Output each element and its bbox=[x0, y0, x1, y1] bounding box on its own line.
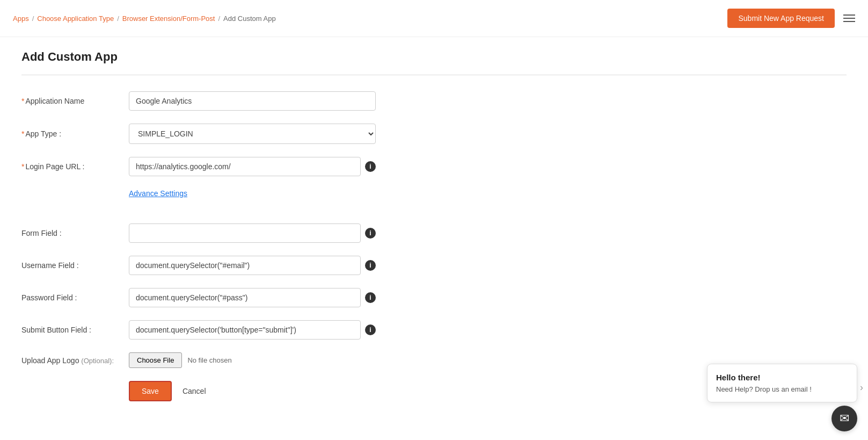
breadcrumb: Apps / Choose Application Type / Browser… bbox=[13, 15, 276, 23]
login-url-row: *Login Page URL : i bbox=[21, 157, 505, 176]
application-name-field-wrapper bbox=[129, 91, 376, 111]
required-star: * bbox=[21, 97, 24, 105]
login-url-info-icon[interactable]: i bbox=[365, 161, 376, 172]
password-field-wrapper: i bbox=[129, 288, 376, 307]
submit-button-field-row: Submit Button Field : i bbox=[21, 320, 505, 340]
form-field-info-icon[interactable]: i bbox=[365, 228, 376, 239]
application-name-input[interactable] bbox=[129, 91, 376, 111]
form-field-row: Form Field : i bbox=[21, 223, 505, 243]
optional-text: (Optional): bbox=[81, 357, 114, 365]
username-field-row: Username Field : i bbox=[21, 256, 505, 275]
chat-help-text: Need Help? Drop us an email ! bbox=[716, 385, 848, 393]
page-title: Add Custom App bbox=[21, 50, 847, 64]
breadcrumb-sep-1: / bbox=[32, 15, 34, 23]
chat-greeting: Hello there! bbox=[716, 373, 848, 382]
app-type-row: *App Type : SIMPLE_LOGIN FORM_POST BROWS… bbox=[21, 124, 505, 144]
upload-logo-row: Upload App Logo (Optional): Choose File … bbox=[21, 352, 505, 368]
upload-logo-label: Upload App Logo (Optional): bbox=[21, 356, 129, 365]
file-input-wrapper: Choose File No file chosen bbox=[129, 352, 232, 368]
breadcrumb-browser-ext[interactable]: Browser Extension/Form-Post bbox=[122, 15, 215, 23]
required-star-2: * bbox=[21, 129, 24, 138]
username-field-label: Username Field : bbox=[21, 261, 129, 270]
choose-file-button[interactable]: Choose File bbox=[129, 352, 182, 368]
breadcrumb-apps[interactable]: Apps bbox=[13, 15, 29, 23]
breadcrumb-choose-type[interactable]: Choose Application Type bbox=[37, 15, 114, 23]
chat-widget: Hello there! Need Help? Drop us an email… bbox=[707, 364, 857, 402]
form-container: *Application Name *App Type : SIMPLE_LOG… bbox=[21, 91, 505, 401]
upload-logo-field-wrapper: Choose File No file chosen bbox=[129, 352, 376, 368]
submit-button-field-info-icon[interactable]: i bbox=[365, 324, 376, 335]
advance-settings-row: Advance Settings bbox=[21, 189, 505, 211]
submit-button-field-input[interactable] bbox=[129, 320, 361, 340]
password-field-info-icon[interactable]: i bbox=[365, 292, 376, 303]
form-actions: Save Cancel bbox=[129, 381, 505, 401]
app-type-select[interactable]: SIMPLE_LOGIN FORM_POST BROWSER_EXTENSION bbox=[129, 124, 376, 144]
username-field-input[interactable] bbox=[129, 256, 361, 275]
login-url-input[interactable] bbox=[129, 157, 361, 176]
submit-new-app-button[interactable]: Submit New App Request bbox=[727, 9, 835, 28]
cancel-button[interactable]: Cancel bbox=[183, 387, 206, 395]
form-field-wrapper: i bbox=[129, 223, 376, 243]
application-name-label: *Application Name bbox=[21, 97, 129, 105]
app-type-label: *App Type : bbox=[21, 129, 129, 138]
breadcrumb-current: Add Custom App bbox=[223, 15, 276, 23]
chat-arrow-icon: › bbox=[860, 382, 863, 393]
login-url-label: *Login Page URL : bbox=[21, 162, 129, 171]
application-name-row: *Application Name bbox=[21, 91, 505, 111]
form-field-label: Form Field : bbox=[21, 229, 129, 237]
app-type-field-wrapper: SIMPLE_LOGIN FORM_POST BROWSER_EXTENSION bbox=[129, 124, 376, 144]
page-header: Apps / Choose Application Type / Browser… bbox=[0, 0, 868, 37]
header-right: Submit New App Request bbox=[727, 9, 855, 28]
breadcrumb-sep-2: / bbox=[117, 15, 119, 23]
menu-icon[interactable] bbox=[843, 15, 855, 22]
form-field-input[interactable] bbox=[129, 223, 361, 243]
submit-button-field-wrapper: i bbox=[129, 320, 376, 340]
save-button[interactable]: Save bbox=[129, 381, 172, 401]
password-field-label: Password Field : bbox=[21, 293, 129, 302]
password-field-input[interactable] bbox=[129, 288, 361, 307]
password-field-row: Password Field : i bbox=[21, 288, 505, 307]
advance-settings-link[interactable]: Advance Settings bbox=[129, 189, 187, 198]
username-field-info-icon[interactable]: i bbox=[365, 260, 376, 271]
login-url-field-wrapper: i bbox=[129, 157, 376, 176]
breadcrumb-sep-3: / bbox=[218, 15, 220, 23]
chat-envelope-icon: ✉ bbox=[840, 412, 849, 414]
page-content: Add Custom App *Application Name *App Ty… bbox=[0, 37, 868, 414]
username-field-wrapper: i bbox=[129, 256, 376, 275]
required-star-3: * bbox=[21, 162, 24, 171]
submit-button-field-label: Submit Button Field : bbox=[21, 326, 129, 334]
no-file-text: No file chosen bbox=[187, 356, 231, 364]
divider bbox=[21, 75, 847, 75]
